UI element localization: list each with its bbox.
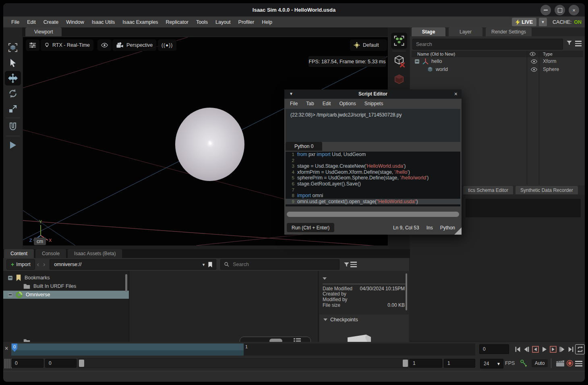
tab-synthetic-data-recorder[interactable]: Synthetic Data Recorder	[516, 186, 578, 194]
menu-file[interactable]: File	[11, 19, 19, 25]
range-end-field[interactable]	[409, 359, 442, 368]
prev-frame-button[interactable]	[522, 344, 531, 354]
checkpoints-header[interactable]: Checkpoints	[319, 314, 409, 323]
visibility-eye-icon[interactable]	[531, 67, 537, 72]
minimize-button[interactable]	[540, 5, 551, 15]
collapse-icon[interactable]	[323, 277, 327, 280]
list-item-built-in-urdf-files[interactable]: Built In URDF Files	[3, 282, 129, 290]
range-start-field-2[interactable]	[45, 359, 77, 368]
renderer-button[interactable]: RTX - Real-Time	[40, 39, 94, 51]
code-line[interactable]: 4xformPrim = UsdGeom.Xform.Define(stage,…	[286, 169, 460, 175]
auto-key-button[interactable]: Auto	[532, 359, 548, 367]
timeline-close-icon[interactable]: ×	[5, 345, 8, 352]
tab-isaac-assets-beta-[interactable]: Isaac Assets (Beta)	[68, 249, 122, 258]
live-dropdown[interactable]: ▾	[539, 18, 547, 26]
stage-search-input[interactable]	[413, 42, 563, 47]
play-frame-button[interactable]	[549, 344, 557, 354]
code-line[interactable]: 2	[286, 158, 460, 164]
menu-tools[interactable]: Tools	[196, 19, 208, 25]
capture-button[interactable]	[556, 359, 565, 367]
code-line[interactable]: 3stage = Usd.Stage.CreateNew('HelloWorld…	[286, 163, 460, 169]
header-eye-icon[interactable]	[530, 52, 536, 56]
skip-end-button[interactable]	[566, 344, 575, 354]
menu-edit[interactable]: Edit	[27, 19, 36, 25]
table-row[interactable]: helloXform	[412, 57, 583, 65]
tool-rotate-button[interactable]	[5, 86, 21, 101]
visibility-button[interactable]	[97, 39, 112, 51]
content-filter-button[interactable]	[344, 262, 350, 268]
side-tool-red-cube-button[interactable]	[391, 71, 407, 87]
bookmark-icon[interactable]	[208, 262, 213, 268]
list-item-partial[interactable]	[3, 337, 129, 342]
code-line[interactable]: 8import omni	[286, 193, 460, 199]
timeline-options-button[interactable]	[575, 361, 582, 366]
loop-button[interactable]	[575, 344, 585, 354]
table-row[interactable]: worldSphere	[412, 65, 583, 73]
path-input[interactable]	[50, 262, 202, 267]
expander-icon[interactable]	[8, 276, 12, 280]
import-button[interactable]: + Import	[6, 259, 35, 270]
tab-stage[interactable]: Stage	[412, 27, 445, 36]
tab-content[interactable]: Content	[4, 249, 34, 258]
tool-select-cursor-button[interactable]	[5, 56, 21, 70]
nav-back-button[interactable]: ‹	[37, 261, 39, 268]
tool-move-button[interactable]	[5, 71, 21, 85]
timeline-scrollbar[interactable]	[78, 358, 408, 368]
next-frame-button[interactable]	[557, 344, 566, 354]
editor-menu-options[interactable]: Options	[339, 101, 356, 106]
tab-python-0[interactable]: Python 0	[286, 142, 322, 151]
viewport-settings-button[interactable]	[25, 39, 40, 51]
stage-options-button[interactable]	[575, 41, 582, 46]
menu-replicator[interactable]: Replicator	[166, 19, 188, 25]
timeline-ruler[interactable]: 0 1	[11, 343, 475, 356]
tool-play-button[interactable]	[5, 138, 21, 152]
tool-scale-button[interactable]	[5, 102, 21, 116]
timeline-grip[interactable]	[4, 359, 12, 368]
menu-window[interactable]: Window	[66, 19, 84, 25]
script-editor-titlebar[interactable]: ▼ Script Editor ×	[284, 89, 462, 99]
visibility-eye-icon[interactable]	[531, 59, 537, 64]
menu-help[interactable]: Help	[262, 19, 272, 25]
tab-render-settings[interactable]: Render Settings	[486, 27, 532, 36]
content-search-input[interactable]	[232, 261, 339, 268]
tool-snap-magnet-button[interactable]	[5, 120, 21, 134]
tab-tics-schema-editor[interactable]: tics Schema Editor	[463, 186, 513, 194]
editor-menu-tab[interactable]: Tab	[306, 101, 314, 106]
camera-button[interactable]: Perspective	[112, 39, 157, 51]
nav-forward-button[interactable]: ›	[43, 261, 45, 268]
editor-menu-edit[interactable]: Edit	[323, 101, 331, 106]
sphere-object[interactable]	[175, 108, 244, 181]
files-area[interactable]	[129, 271, 318, 342]
fps-select[interactable]: 24 ▼	[480, 359, 503, 368]
close-button[interactable]: ×	[569, 5, 579, 15]
expander-icon[interactable]	[415, 59, 419, 64]
code-line[interactable]: 6stage.GetRootLayer().Save()	[286, 181, 460, 187]
menu-profiler[interactable]: Profiler	[238, 19, 255, 25]
editor-menu-file[interactable]: File	[290, 101, 298, 106]
content-options-button[interactable]	[350, 262, 357, 267]
tab-viewport[interactable]: Viewport	[25, 27, 62, 36]
scroll-handle-right[interactable]	[403, 360, 408, 367]
skip-start-button[interactable]	[513, 344, 522, 354]
close-icon[interactable]: ×	[454, 91, 458, 97]
path-dropdown-icon[interactable]: ▾	[203, 262, 205, 267]
menu-create[interactable]: Create	[43, 19, 59, 25]
menu-isaac-examples[interactable]: Isaac Examples	[122, 19, 158, 25]
menu-layout[interactable]: Layout	[215, 19, 231, 25]
maximize-button[interactable]	[555, 5, 565, 15]
run-button[interactable]: Run (Ctrl + Enter)	[287, 223, 334, 232]
expander-icon[interactable]	[8, 293, 12, 297]
code-line[interactable]: 9omni.usd.get_context().open_stage("Hell…	[286, 199, 460, 205]
code-hscrollbar[interactable]	[287, 212, 459, 217]
sensors-button[interactable]: ((●))	[157, 39, 177, 51]
details-scrollbar[interactable]	[406, 273, 407, 310]
code-line[interactable]: 7	[286, 187, 460, 193]
tool-selection-mode-button[interactable]	[5, 40, 21, 55]
resize-grip[interactable]	[454, 227, 462, 235]
tab-layer[interactable]: Layer	[449, 27, 482, 36]
keyframe-button[interactable]	[520, 359, 527, 367]
code-line[interactable]: 1from pxr import Usd, UsdGeom	[286, 152, 460, 158]
list-item-bookmarks[interactable]: Bookmarks	[3, 274, 129, 282]
side-tool-group-select-cubes-button[interactable]	[391, 33, 407, 49]
code-editor[interactable]: 1from pxr import Usd, UsdGeom23stage = U…	[286, 152, 460, 206]
